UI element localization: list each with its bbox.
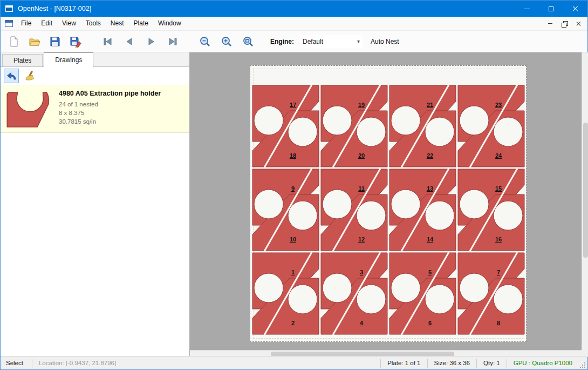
engine-select[interactable]: Default ▾ (299, 35, 363, 48)
drawing-title: 4980 A05 Extraction pipe holder (59, 90, 161, 97)
part-number[interactable]: 3 (355, 269, 368, 275)
nested-pair[interactable]: 34 (320, 252, 388, 335)
nested-part-shapes (320, 84, 388, 168)
nested-pair[interactable]: 78 (457, 252, 525, 335)
zoom-in-button[interactable] (217, 33, 236, 50)
plate-canvas[interactable]: 171819202122232491011121314151612345678 (190, 52, 588, 357)
menu-items: FileEditViewToolsNestPlateWindow (16, 17, 186, 30)
nested-pair[interactable]: 2324 (457, 84, 525, 168)
save-edit-button[interactable] (66, 33, 85, 50)
app-icon (5, 5, 13, 12)
zoom-out-button[interactable] (196, 33, 214, 50)
nested-part-shapes (251, 252, 320, 335)
vertical-scrollbar[interactable] (582, 52, 588, 350)
nested-pair[interactable]: 1112 (320, 168, 388, 252)
nested-pair[interactable]: 1718 (251, 84, 320, 168)
mdi-restore-button[interactable] (558, 18, 571, 29)
part-number[interactable]: 14 (423, 236, 436, 243)
nav-first-button[interactable] (99, 33, 117, 50)
nested-pair[interactable]: 56 (388, 252, 457, 335)
menu-item-file[interactable]: File (16, 17, 36, 30)
menu-item-edit[interactable]: Edit (36, 17, 57, 30)
gpu-status: GPU : Quadro P1000 (507, 360, 579, 366)
drawing-area: 30.7815 sq/in (59, 117, 161, 126)
part-number[interactable]: 10 (286, 236, 299, 243)
save-floppy-icon (49, 36, 61, 48)
part-number[interactable]: 16 (492, 236, 505, 243)
part-number[interactable]: 18 (286, 152, 299, 159)
nested-part-shapes (388, 168, 457, 252)
close-button[interactable] (563, 1, 587, 17)
nav-button-group (99, 33, 182, 50)
nested-part-shapes (320, 252, 388, 335)
menu-item-window[interactable]: Window (153, 17, 186, 30)
part-number[interactable]: 8 (492, 320, 505, 326)
part-number[interactable]: 17 (286, 102, 299, 108)
maximize-button[interactable] (539, 1, 563, 17)
zoom-fit-icon (242, 36, 254, 48)
part-number[interactable]: 4 (355, 320, 368, 326)
part-number[interactable]: 23 (492, 102, 505, 108)
part-number[interactable]: 24 (492, 152, 505, 159)
send-back-button[interactable] (4, 69, 19, 83)
vertical-scroll-thumb[interactable] (583, 123, 588, 258)
part-number[interactable]: 11 (355, 185, 368, 192)
mode-status: Select (1, 360, 32, 366)
clear-broom-button[interactable] (22, 69, 37, 83)
sidebar-tabs: Plates Drawings (1, 52, 189, 67)
zoom-in-icon (221, 36, 233, 48)
nested-pair[interactable]: 12 (251, 252, 320, 335)
part-number[interactable]: 12 (355, 236, 368, 243)
save-button[interactable] (46, 33, 64, 50)
menu-item-plate[interactable]: Plate (129, 17, 153, 30)
part-number[interactable]: 21 (423, 102, 436, 108)
last-plate-icon (167, 36, 179, 48)
part-number[interactable]: 13 (423, 185, 436, 192)
part-number[interactable]: 9 (286, 185, 299, 192)
resize-grip[interactable] (579, 356, 587, 370)
part-number[interactable]: 2 (286, 320, 299, 326)
part-number[interactable]: 20 (355, 152, 368, 159)
save-edit-icon (70, 36, 81, 48)
new-file-icon (8, 36, 20, 48)
menu-item-tools[interactable]: Tools (81, 17, 106, 30)
nav-prev-button[interactable] (120, 33, 139, 50)
nav-last-button[interactable] (163, 33, 182, 50)
menu-item-view[interactable]: View (57, 17, 81, 30)
part-number[interactable]: 7 (492, 269, 505, 275)
part-number[interactable]: 6 (423, 320, 436, 326)
new-file-button[interactable] (5, 33, 23, 50)
minimize-button[interactable] (515, 1, 539, 17)
part-number[interactable]: 15 (492, 185, 505, 192)
auto-nest-label[interactable]: Auto Nest (371, 38, 399, 45)
mdi-close-button[interactable] (572, 18, 585, 29)
close-icon (572, 5, 579, 12)
nested-pair[interactable]: 1920 (320, 84, 388, 168)
tab-drawings[interactable]: Drawings (44, 52, 93, 67)
main-region: Plates Drawings (1, 52, 588, 357)
zoom-fit-button[interactable] (239, 33, 257, 50)
part-number[interactable]: 19 (355, 102, 368, 108)
part-thumbnail (5, 89, 53, 129)
part-number[interactable]: 5 (423, 269, 436, 275)
drawing-list-item[interactable]: 4980 A05 Extraction pipe holder 24 of 1 … (1, 85, 189, 133)
minimize-icon (548, 23, 552, 24)
open-file-button[interactable] (25, 33, 44, 50)
first-plate-icon (102, 36, 114, 48)
part-number[interactable]: 1 (286, 269, 299, 275)
nested-pair[interactable]: 2122 (388, 84, 457, 168)
nested-pair[interactable]: 910 (251, 168, 320, 252)
engine-label: Engine: (270, 38, 294, 45)
side-panel: Plates Drawings (1, 52, 190, 357)
mdi-minimize-button[interactable] (544, 18, 557, 29)
nested-pair[interactable]: 1516 (457, 168, 525, 252)
close-icon (576, 21, 581, 26)
restore-icon (562, 21, 567, 26)
nav-next-button[interactable] (142, 33, 160, 50)
menu-item-nest[interactable]: Nest (106, 17, 129, 30)
part-number[interactable]: 22 (423, 152, 436, 159)
plate[interactable]: 171819202122232491011121314151612345678 (250, 65, 527, 342)
maximize-icon (549, 6, 553, 11)
nested-pair[interactable]: 1314 (388, 168, 457, 252)
tab-plates[interactable]: Plates (2, 54, 43, 66)
